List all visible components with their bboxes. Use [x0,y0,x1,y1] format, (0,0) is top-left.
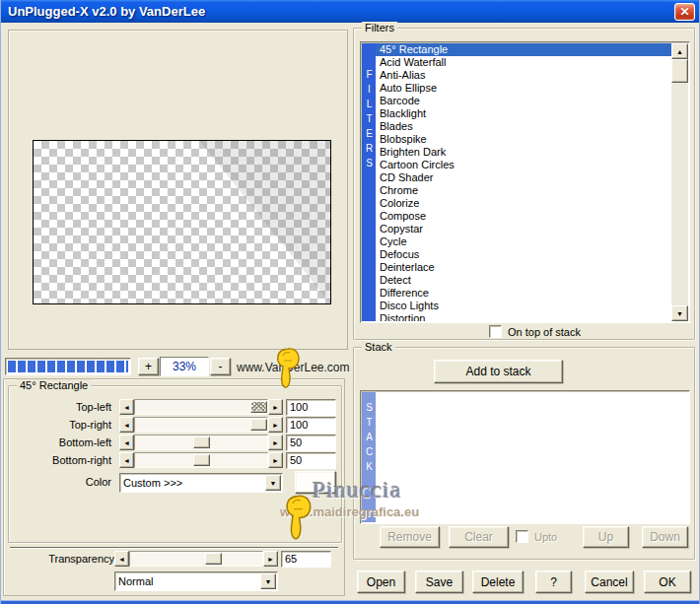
color-label: Color [86,476,111,488]
slider-left-arrow-icon[interactable] [119,452,134,468]
chevron-down-icon[interactable] [260,573,276,589]
color-dropdown[interactable]: Custom >>> [119,473,283,493]
color-dropdown-value: Custom >>> [120,477,264,489]
open-button[interactable]: Open [357,570,405,593]
slider-left-arrow-icon[interactable] [114,551,129,567]
scroll-up-icon[interactable] [671,43,688,59]
slider-thumb[interactable] [250,401,267,413]
filters-list[interactable]: 45° RectangleAcid WaterfallAnti-AliasAut… [376,43,671,321]
slider-thumb[interactable] [193,436,210,448]
blend-mode-value: Normal [115,575,259,587]
scrollbar-thumb[interactable] [671,59,688,83]
filter-list-item[interactable]: Compose [376,210,671,223]
slider-bottom-right[interactable] [119,452,283,468]
preview-panel [8,30,348,350]
help-button[interactable]: ? [535,570,572,593]
slider-left-arrow-icon[interactable] [119,435,134,450]
filter-list-item[interactable]: Acid Waterfall [376,56,671,69]
bottom-right-label: Bottom-right [52,454,111,466]
slider-right-arrow-icon[interactable] [268,399,283,415]
scroll-down-icon[interactable] [671,305,688,321]
filter-list-item[interactable]: Barcode [376,95,671,107]
unplugged-x-window: UnPlugged-X v2.0 by VanDerLee ✕ + 33% - … [0,0,700,604]
clear-button[interactable]: Clear [449,526,509,548]
up-button[interactable]: Up [583,526,629,548]
slider-thumb[interactable] [205,553,222,565]
zoom-out-button[interactable]: - [210,358,231,375]
slider-right-arrow-icon[interactable] [263,551,278,567]
filter-list-item[interactable]: Chrome [376,184,671,197]
transparency-value[interactable]: 65 [281,551,331,568]
on-top-of-stack-checkbox[interactable] [489,325,502,338]
filter-list-item[interactable]: Copystar [376,223,671,235]
slider-track[interactable] [134,452,268,468]
blend-mode-dropdown[interactable]: Normal [114,571,278,591]
ok-button[interactable]: OK [644,570,691,593]
filter-list-item[interactable]: Difference [376,287,671,300]
preview-image[interactable] [33,140,331,304]
filter-list-item[interactable]: Defocus [376,248,671,261]
filters-listbox[interactable]: FILTERS 45° RectangleAcid WaterfallAnti-… [360,41,690,323]
bottom-right-value[interactable]: 50 [286,452,336,469]
delete-button[interactable]: Delete [472,570,524,593]
filters-title: Filters [362,22,397,34]
slider-track[interactable] [134,435,268,450]
filter-list-item[interactable]: Brighten Dark [376,146,671,159]
zoom-level: 33% [160,357,209,376]
filter-list-item[interactable]: 45° Rectangle [376,43,671,56]
on-top-of-stack-label: On top of stack [508,326,581,338]
save-button[interactable]: Save [415,570,463,593]
chevron-down-icon[interactable] [265,475,281,491]
filter-list-item[interactable]: Cycle [376,235,671,248]
slider-top-right[interactable] [119,417,283,433]
slider-thumb[interactable] [193,454,210,466]
down-button[interactable]: Down [642,526,688,548]
slider-track[interactable] [129,551,263,567]
slider-left-arrow-icon[interactable] [119,417,134,433]
slider-transparency[interactable] [114,551,278,567]
bottom-left-value[interactable]: 50 [286,435,336,451]
filter-settings-panel: 45° Rectangle Top-left 100 Top-right 100… [3,378,345,596]
titlebar[interactable]: UnPlugged-X v2.0 by VanDerLee ✕ [1,0,699,23]
close-button[interactable]: ✕ [674,3,695,21]
filter-list-item[interactable]: Distortion [376,312,671,321]
zoom-in-button[interactable]: + [138,358,159,375]
pointing-hand-icon [274,347,302,390]
slider-bottom-left[interactable] [119,435,283,450]
slider-right-arrow-icon[interactable] [268,435,283,450]
cancel-button[interactable]: Cancel [585,570,634,593]
slider-track[interactable] [134,399,268,415]
slider-top-left[interactable] [119,399,283,415]
remove-button[interactable]: Remove [380,526,440,548]
filter-list-item[interactable]: CD Shader [376,171,671,184]
slider-left-arrow-icon[interactable] [119,399,134,415]
top-left-value[interactable]: 100 [286,399,336,416]
top-left-label: Top-left [76,401,111,413]
pointing-hand-icon [283,494,314,542]
filter-list-item[interactable]: Blacklight [376,107,671,120]
filter-list-item[interactable]: Detect [376,274,671,287]
upto-label: Upto [534,531,557,543]
window-bottom-border [1,600,699,604]
filter-list-item[interactable]: Deinterlace [376,261,671,274]
top-right-label: Top-right [69,419,111,431]
slider-track[interactable] [134,417,268,433]
filter-list-item[interactable]: Blades [376,120,671,133]
filter-list-item[interactable]: Auto Ellipse [376,82,671,95]
filters-scrollbar[interactable] [671,43,688,321]
bottom-left-label: Bottom-left [59,436,111,448]
top-right-value[interactable]: 100 [286,417,336,434]
upto-checkbox[interactable] [516,530,528,543]
filter-list-item[interactable]: Colorize [376,197,671,210]
preview-filter-effect [34,141,330,303]
watermark-name: Pinuccia [313,477,402,503]
filter-list-item[interactable]: Blobspike [376,133,671,146]
add-to-stack-button[interactable]: Add to stack [434,360,563,383]
filter-list-item[interactable]: Disco Lights [376,300,671,312]
filter-list-item[interactable]: Cartoon Circles [376,159,671,171]
slider-right-arrow-icon[interactable] [268,452,283,468]
stack-title: Stack [362,341,395,353]
slider-thumb[interactable] [250,419,267,431]
slider-right-arrow-icon[interactable] [268,417,283,433]
filter-list-item[interactable]: Anti-Alias [376,69,671,82]
